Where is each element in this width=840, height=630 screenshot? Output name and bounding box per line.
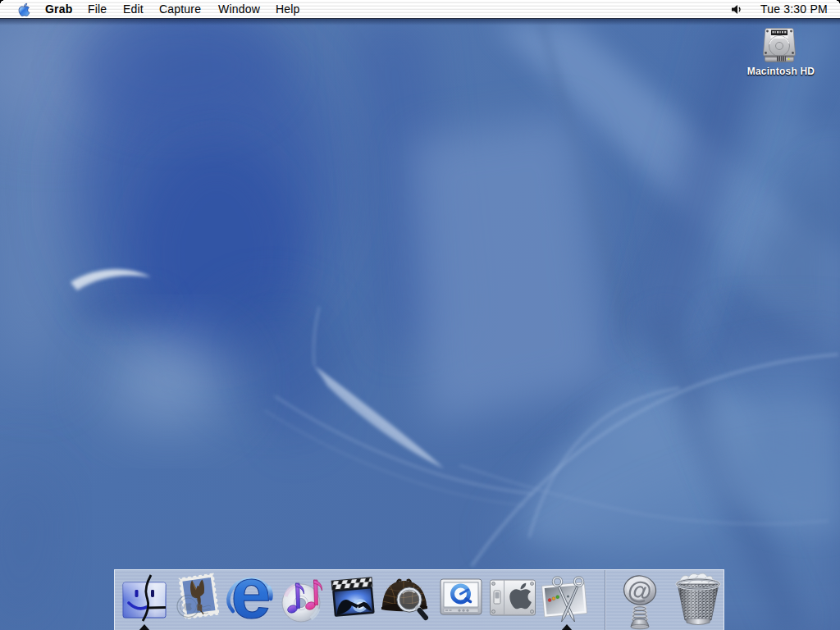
svg-text:@: @ bbox=[626, 575, 654, 605]
svg-text:e: e bbox=[231, 552, 272, 630]
